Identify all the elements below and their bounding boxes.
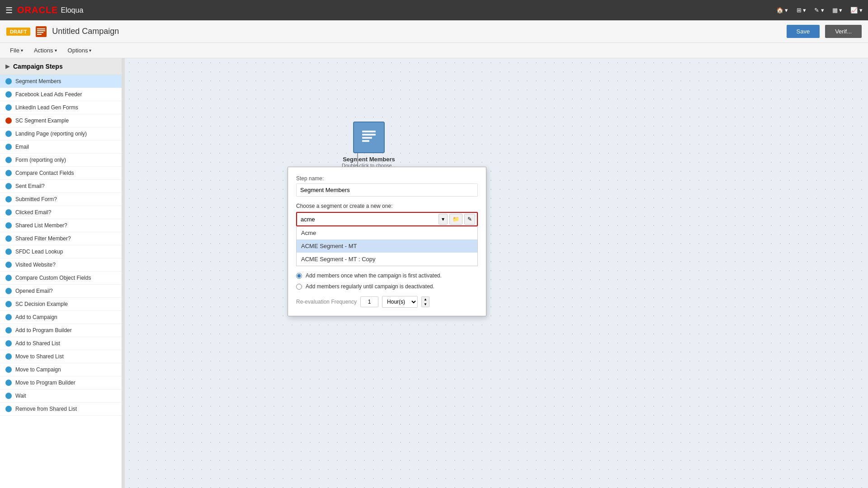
file-menu[interactable]: File ▾ bbox=[5, 45, 28, 56]
sidebar-item-15[interactable]: Compare Custom Object Fields bbox=[0, 272, 122, 285]
sidebar-item-label-12: Shared Filter Member? bbox=[15, 235, 71, 242]
reports-nav-button[interactable]: ▦ ▾ bbox=[832, 7, 843, 14]
sidebar-item-22[interactable]: Move to Campaign bbox=[0, 363, 122, 376]
segment-edit-button[interactable]: ✎ bbox=[464, 214, 475, 225]
canvas-connector bbox=[357, 153, 358, 167]
segment-members-canvas-label: Segment Members bbox=[343, 156, 395, 163]
sidebar-item-18[interactable]: Add to Campaign bbox=[0, 311, 122, 324]
svg-point-5 bbox=[6, 92, 11, 97]
svg-rect-33 bbox=[362, 140, 369, 142]
dropdown-item-acme[interactable]: Acme bbox=[297, 226, 477, 239]
campaign-header: DRAFT Untitled Campaign Save Verif... bbox=[0, 20, 868, 43]
sidebar-item-5[interactable]: Email bbox=[0, 141, 122, 154]
sidebar-item-25[interactable]: Remove from Shared List bbox=[0, 403, 122, 416]
actions-menu[interactable]: Actions ▾ bbox=[29, 45, 61, 56]
sidebar-item-dot-15 bbox=[5, 275, 12, 281]
sidebar-item-label-23: Move to Program Builder bbox=[15, 380, 75, 386]
freq-spinner-up[interactable]: ▲ bbox=[422, 297, 429, 302]
sidebar-item-dot-0 bbox=[5, 78, 12, 84]
svg-point-18 bbox=[6, 262, 11, 267]
sidebar-item-7[interactable]: Compare Contact Fields bbox=[0, 167, 122, 180]
sidebar-item-label-15: Compare Custom Object Fields bbox=[15, 275, 91, 281]
segment-members-block[interactable]: Segment Members Double-click to choose..… bbox=[342, 122, 396, 168]
sidebar-item-9[interactable]: Submitted Form? bbox=[0, 193, 122, 206]
sidebar-item-dot-13 bbox=[5, 249, 12, 255]
svg-point-7 bbox=[6, 118, 11, 123]
svg-rect-2 bbox=[37, 32, 43, 33]
sidebar-item-label-18: Add to Campaign bbox=[15, 314, 57, 320]
sidebar: ▶ Campaign Steps Segment MembersFacebook… bbox=[0, 58, 122, 488]
hamburger-menu-icon[interactable]: ☰ bbox=[5, 5, 13, 15]
dropdown-item-acme-segment-mt[interactable]: ACME Segment - MT bbox=[297, 239, 477, 253]
radio-add-regular[interactable] bbox=[296, 284, 302, 290]
svg-rect-32 bbox=[362, 137, 372, 139]
step-name-input[interactable] bbox=[296, 183, 478, 197]
radio-once-row: Add members once when the campaign is fi… bbox=[296, 272, 478, 279]
segment-folder-button[interactable]: 📁 bbox=[449, 214, 462, 225]
segment-members-canvas-icon bbox=[360, 127, 377, 148]
svg-point-25 bbox=[6, 354, 11, 359]
dropdown-item-acme-segment-mt-copy[interactable]: ACME Segment - MT : Copy bbox=[297, 253, 477, 266]
canvas: Segment Members Double-click to choose..… bbox=[125, 58, 868, 488]
segment-choose-row: Choose a segment or create a new one: ▾ … bbox=[296, 203, 478, 266]
more-nav-button[interactable]: 📈 ▾ bbox=[850, 7, 863, 14]
verify-button[interactable]: Verif... bbox=[825, 25, 862, 38]
home-nav-button[interactable]: 🏠 ▾ bbox=[776, 7, 788, 14]
sidebar-header: ▶ Campaign Steps bbox=[0, 58, 122, 75]
radio-add-regular-label: Add members regularly until campaign is … bbox=[306, 283, 434, 290]
sidebar-item-1[interactable]: Facebook Lead Ads Feeder bbox=[0, 88, 122, 101]
sidebar-item-13[interactable]: SFDC Lead Lookup bbox=[0, 245, 122, 258]
freq-spinner-down[interactable]: ▼ bbox=[422, 302, 429, 307]
sidebar-item-0[interactable]: Segment Members bbox=[0, 75, 122, 88]
sidebar-item-dot-5 bbox=[5, 144, 12, 150]
sidebar-item-21[interactable]: Move to Shared List bbox=[0, 350, 122, 363]
sidebar-item-23[interactable]: Move to Program Builder bbox=[0, 376, 122, 389]
sidebar-item-19[interactable]: Add to Program Builder bbox=[0, 324, 122, 337]
svg-point-4 bbox=[6, 79, 11, 84]
svg-point-9 bbox=[6, 144, 11, 150]
main-layout: ▶ Campaign Steps Segment MembersFacebook… bbox=[0, 58, 868, 488]
sidebar-item-label-16: Opened Email? bbox=[15, 288, 53, 294]
sidebar-item-24[interactable]: Wait bbox=[0, 389, 122, 403]
svg-point-29 bbox=[6, 406, 11, 412]
create-nav-button[interactable]: ✎ ▾ bbox=[814, 7, 824, 14]
freq-value-input[interactable] bbox=[360, 296, 378, 307]
sidebar-item-dot-18 bbox=[5, 314, 12, 320]
sidebar-item-6[interactable]: Form (reporting only) bbox=[0, 154, 122, 167]
campaign-title: Untitled Campaign bbox=[52, 27, 119, 36]
svg-point-20 bbox=[6, 288, 11, 294]
sidebar-item-20[interactable]: Add to Shared List bbox=[0, 337, 122, 350]
sidebar-item-4[interactable]: Landing Page (reporting only) bbox=[0, 127, 122, 141]
svg-rect-31 bbox=[362, 134, 376, 136]
sidebar-item-label-11: Shared List Member? bbox=[15, 222, 67, 229]
radio-add-once[interactable] bbox=[296, 273, 302, 279]
step-name-row: Step name: bbox=[296, 175, 478, 197]
apps-nav-button[interactable]: ⊞ ▾ bbox=[797, 7, 807, 14]
segment-dropdown-button[interactable]: ▾ bbox=[439, 214, 448, 225]
sidebar-item-label-9: Submitted Form? bbox=[15, 196, 57, 202]
freq-unit-select[interactable]: Hour(s) Day(s) Week(s) bbox=[382, 296, 418, 308]
svg-point-28 bbox=[6, 393, 11, 399]
oracle-wordmark: ORACLE bbox=[17, 5, 58, 15]
eloqua-wordmark: Eloqua bbox=[61, 6, 83, 14]
sidebar-item-2[interactable]: LinkedIn Lead Gen Forms bbox=[0, 101, 122, 114]
sidebar-item-11[interactable]: Shared List Member? bbox=[0, 219, 122, 232]
options-menu[interactable]: Options ▾ bbox=[63, 45, 96, 56]
segment-search-input[interactable] bbox=[299, 214, 437, 225]
sidebar-item-12[interactable]: Shared Filter Member? bbox=[0, 232, 122, 245]
sidebar-item-16[interactable]: Opened Email? bbox=[0, 285, 122, 298]
sidebar-item-17[interactable]: SC Decision Example bbox=[0, 298, 122, 311]
svg-point-14 bbox=[6, 210, 11, 215]
step-name-label: Step name: bbox=[296, 175, 478, 182]
radio-add-once-label: Add members once when the campaign is fi… bbox=[306, 272, 442, 279]
svg-point-12 bbox=[6, 183, 11, 189]
sidebar-collapse-icon[interactable]: ▶ bbox=[5, 63, 9, 70]
svg-point-8 bbox=[6, 131, 11, 136]
sidebar-item-14[interactable]: Visited Website? bbox=[0, 258, 122, 272]
sidebar-item-label-8: Sent Email? bbox=[15, 183, 45, 189]
sidebar-item-3[interactable]: SC Segment Example bbox=[0, 114, 122, 127]
save-button[interactable]: Save bbox=[787, 25, 820, 38]
sidebar-item-8[interactable]: Sent Email? bbox=[0, 180, 122, 193]
campaign-type-icon bbox=[36, 26, 47, 37]
sidebar-item-10[interactable]: Clicked Email? bbox=[0, 206, 122, 219]
